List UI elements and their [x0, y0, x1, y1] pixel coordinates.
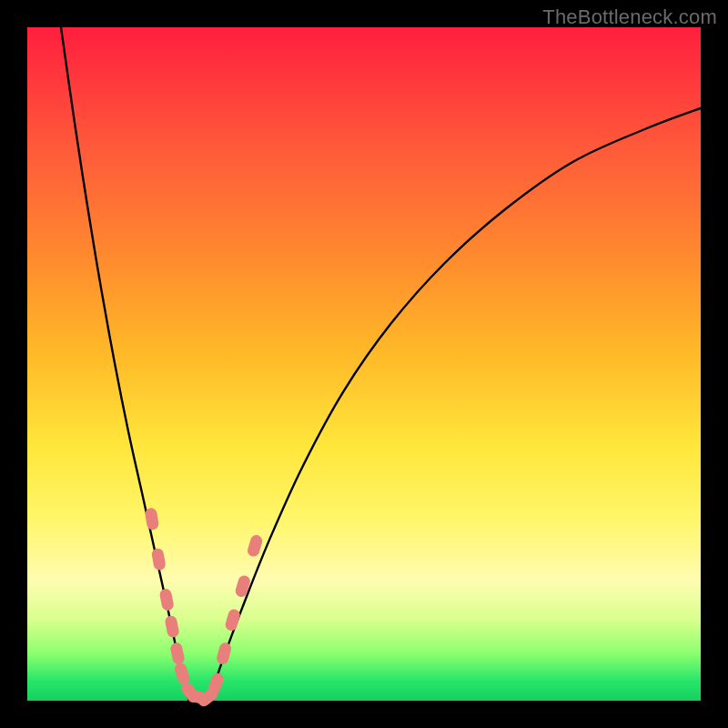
curve-right-branch [209, 108, 701, 701]
watermark-text: TheBottleneck.com [542, 5, 717, 29]
data-marker [173, 662, 191, 686]
data-marker [169, 642, 186, 665]
data-marker [246, 533, 263, 558]
data-marker [234, 574, 251, 599]
data-marker [164, 615, 179, 639]
data-marker [224, 608, 241, 632]
data-marker [158, 588, 174, 612]
plot-area [27, 27, 701, 701]
data-marker [216, 642, 233, 666]
bottleneck-curve [27, 27, 701, 701]
chart-frame: TheBottleneck.com [0, 0, 728, 728]
data-marker [145, 507, 160, 531]
data-marker [151, 548, 167, 571]
